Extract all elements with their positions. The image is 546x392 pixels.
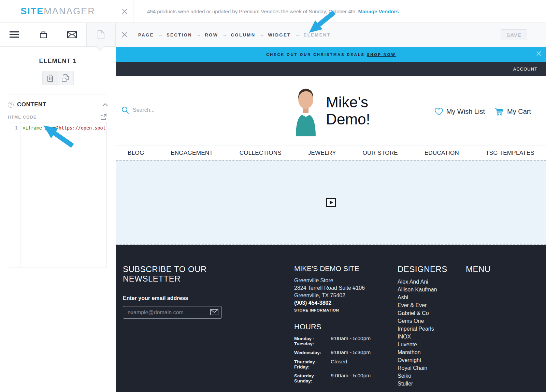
html-code-label: HTML CODE bbox=[8, 115, 101, 120]
store-address-line: Greenville Store bbox=[294, 277, 393, 284]
site-nav-item[interactable]: EDUCATION bbox=[425, 150, 459, 156]
menu-button[interactable] bbox=[0, 23, 29, 46]
breadcrumb-separator: → bbox=[158, 32, 162, 37]
cart-label: My Cart bbox=[507, 108, 531, 116]
hours-day-label: Saturday - Sunday: bbox=[294, 373, 331, 383]
trash-icon bbox=[47, 74, 53, 82]
store-information-link[interactable]: STORE INFORMATION bbox=[294, 308, 393, 312]
designer-link[interactable]: Seiko bbox=[398, 372, 462, 380]
help-icon[interactable]: ? bbox=[8, 102, 14, 108]
breadcrumb-item[interactable]: SECTION→ bbox=[167, 32, 205, 37]
duplicate-element-button[interactable] bbox=[58, 71, 74, 85]
breadcrumb-bar: PAGE→ SECTION→ ROW→ COLUMN→ WIDGET→ ELEM… bbox=[116, 23, 546, 47]
menu-column: MENU bbox=[466, 265, 517, 274]
designer-link[interactable]: Luvente bbox=[398, 341, 462, 348]
site-nav-item[interactable]: ENGAGEMENT bbox=[171, 150, 213, 156]
account-link[interactable]: ACCOUNT bbox=[513, 66, 537, 72]
close-editor-button[interactable] bbox=[116, 32, 133, 37]
cart-link[interactable]: My Cart bbox=[494, 107, 531, 116]
hours-row: Monday - Tuesday: 9:00am - 5:00pm bbox=[294, 335, 407, 346]
shop-now-link[interactable]: SHOP NOW bbox=[367, 52, 396, 57]
site-nav-item[interactable]: COLLECTIONS bbox=[240, 150, 282, 156]
site-header: Mike’s Demo! My Wish List bbox=[116, 76, 546, 146]
designer-link[interactable]: INOX bbox=[398, 333, 462, 341]
play-button[interactable] bbox=[326, 198, 336, 207]
designer-link[interactable]: Ashi bbox=[398, 293, 462, 301]
code-line[interactable]: <iframe src="https://open.spot bbox=[20, 122, 106, 268]
page-icon bbox=[97, 30, 105, 39]
breadcrumb-label: PAGE bbox=[138, 32, 154, 37]
expand-editor-icon[interactable] bbox=[101, 114, 106, 120]
site-footer: SUBSCRIBE TO OUR NEWSLETTER Enter your e… bbox=[116, 245, 546, 392]
site-nav-item[interactable]: TSG TEMPLATES bbox=[486, 150, 534, 156]
dismiss-notification-button[interactable] bbox=[116, 9, 133, 14]
save-button[interactable]: SAVE bbox=[501, 29, 527, 40]
site-nav-item[interactable]: OUR STORE bbox=[362, 150, 398, 156]
site-logo[interactable]: Mike’s Demo! bbox=[292, 85, 370, 136]
code-attr-token: src= bbox=[42, 125, 56, 131]
designer-link[interactable]: Allison Kaufman bbox=[398, 286, 462, 293]
active-tab-notch bbox=[96, 46, 104, 51]
app-logo: SITEMANAGER bbox=[0, 0, 116, 23]
hours-time-value: Closed bbox=[331, 359, 347, 365]
close-banner-icon[interactable] bbox=[536, 51, 541, 56]
delete-element-button[interactable] bbox=[42, 71, 58, 85]
email-button[interactable] bbox=[58, 23, 87, 46]
vendor-notification-bar: 494 products were added or updated by Pr… bbox=[116, 0, 546, 23]
html-code-editor[interactable]: 1 <iframe src="https://open.spot bbox=[8, 122, 106, 268]
breadcrumb-item[interactable]: ELEMENT bbox=[304, 32, 339, 37]
breadcrumb-item[interactable]: COLUMN→ bbox=[231, 32, 268, 37]
manage-vendors-link[interactable]: Manage Vendors bbox=[358, 9, 399, 14]
designer-link[interactable]: Gems One bbox=[398, 317, 462, 325]
email-input[interactable] bbox=[123, 306, 222, 319]
brand-site: SITE bbox=[20, 6, 44, 16]
breadcrumb: PAGE→ SECTION→ ROW→ COLUMN→ WIDGET→ ELEM… bbox=[138, 32, 339, 37]
breadcrumb-label: SECTION bbox=[167, 32, 192, 37]
breadcrumb-separator: → bbox=[260, 32, 264, 37]
newsletter-column: SUBSCRIBE TO OUR NEWSLETTER Enter your e… bbox=[123, 265, 235, 319]
breadcrumb-label: ELEMENT bbox=[304, 32, 331, 37]
notification-divider bbox=[133, 0, 133, 23]
store-phone[interactable]: (903) 454-3802 bbox=[294, 299, 393, 307]
account-bar: ACCOUNT bbox=[116, 62, 546, 76]
hours-time-value: 9:00am - 5:00pm bbox=[331, 373, 371, 379]
breadcrumb-label: WIDGET bbox=[268, 32, 291, 37]
designer-link[interactable]: Royal Chain bbox=[398, 364, 462, 372]
submit-email-icon[interactable] bbox=[210, 309, 218, 315]
designer-link[interactable]: Alex And Ani bbox=[398, 278, 462, 286]
breadcrumb-item[interactable]: WIDGET→ bbox=[268, 32, 304, 37]
breadcrumb-separator: → bbox=[222, 32, 227, 37]
panel-title: ELEMENT 1 bbox=[0, 58, 116, 65]
notification-message: 494 products were added or updated by Pr… bbox=[147, 9, 399, 14]
search-input[interactable] bbox=[129, 106, 198, 116]
wishlist-link[interactable]: My Wish List bbox=[434, 107, 485, 116]
designer-link[interactable]: Marathon bbox=[398, 348, 462, 356]
store-button[interactable] bbox=[29, 23, 58, 46]
play-icon bbox=[330, 200, 333, 205]
html-code-field-header: HTML CODE bbox=[8, 114, 106, 120]
line-number: 1 bbox=[8, 122, 20, 268]
chevron-up-icon[interactable] bbox=[102, 103, 108, 106]
notification-text: 494 products were added or updated by Pr… bbox=[147, 9, 357, 14]
search-icon[interactable] bbox=[121, 106, 129, 114]
code-string-token: "https://open.spot bbox=[56, 125, 106, 131]
content-section-title: CONTENT bbox=[17, 101, 102, 108]
content-section-header[interactable]: ? CONTENT bbox=[8, 101, 108, 108]
page-editor-button[interactable] bbox=[87, 23, 116, 46]
site-nav-item[interactable]: JEWELRY bbox=[308, 150, 336, 156]
newsletter-title: SUBSCRIBE TO OUR NEWSLETTER bbox=[123, 265, 235, 284]
breadcrumb-item[interactable]: PAGE→ bbox=[138, 32, 167, 37]
designer-link[interactable]: Gabriel & Co bbox=[398, 309, 462, 317]
element-actions bbox=[0, 71, 116, 85]
site-nav-item[interactable]: BLOG bbox=[128, 150, 144, 156]
breadcrumb-item[interactable]: ROW→ bbox=[205, 32, 231, 37]
designer-link[interactable]: Imperial Pearls bbox=[398, 325, 462, 333]
hours-time-value: 9:00am - 5:00pm bbox=[331, 335, 371, 342]
selected-widget-area[interactable] bbox=[116, 160, 546, 245]
designer-link[interactable]: Overnight bbox=[398, 356, 462, 364]
designer-link[interactable]: Stuller bbox=[398, 380, 462, 388]
designer-link[interactable]: Ever & Ever bbox=[398, 301, 462, 309]
store-address-line: 2824 Terrell Road Suite #106 bbox=[294, 284, 393, 292]
logo-line-1: Mike’s bbox=[326, 94, 370, 110]
site-search bbox=[121, 106, 198, 116]
